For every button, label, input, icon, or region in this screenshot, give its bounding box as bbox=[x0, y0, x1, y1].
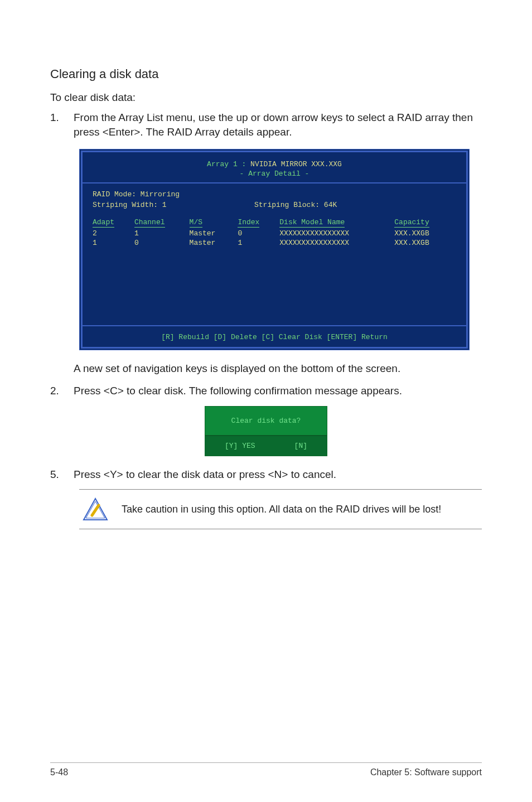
chapter-label: Chapter 5: Software support bbox=[370, 767, 482, 777]
step-1: 1. From the Array List menu, use the up … bbox=[50, 110, 482, 139]
cell-capacity: XXX.XXGB bbox=[394, 238, 456, 247]
striping-width-value: 1 bbox=[162, 201, 167, 209]
dialog-yes: [Y] YES bbox=[225, 442, 255, 450]
col-model: Disk Model Name bbox=[279, 218, 345, 228]
col-capacity: Capacity bbox=[394, 218, 429, 228]
striping-block-label: Striping Block: bbox=[254, 201, 324, 209]
bios-footer-keys: [R] Rebuild [D] Delete [C] Clear Disk [E… bbox=[93, 331, 456, 342]
bios-screenshot: Array 1 : NVIDIA MIRROR XXX.XXG - Array … bbox=[79, 149, 482, 350]
bios-title: Array 1 : NVIDIA MIRROR XXX.XXG - Array … bbox=[93, 160, 456, 178]
step-2: 2. Press <C> to clear disk. The followin… bbox=[50, 384, 482, 398]
step-5-number: 5. bbox=[50, 467, 74, 482]
step-2-number: 2. bbox=[50, 384, 74, 398]
step-1-text: From the Array List menu, use the up or … bbox=[74, 110, 482, 139]
raid-mode-value: Mirroring bbox=[141, 190, 180, 199]
cell-adapt: 1 bbox=[93, 238, 134, 247]
nav-keys-note: A new set of navigation keys is displaye… bbox=[74, 361, 482, 376]
step-after-note: A new set of navigation keys is displaye… bbox=[50, 361, 482, 376]
cell-ms: Master bbox=[190, 228, 238, 238]
bios-subtitle: - Array Detail - bbox=[93, 170, 456, 178]
caution-text: Take caution in using this option. All d… bbox=[122, 504, 441, 515]
cell-ms: Master bbox=[190, 238, 238, 247]
disk-table: Adapt Channel M/S Index Disk Model Name … bbox=[93, 217, 456, 247]
cell-adapt: 2 bbox=[93, 228, 134, 238]
table-row: 1 0 Master 1 XXXXXXXXXXXXXXXX XXX.XXGB bbox=[93, 238, 456, 247]
cell-capacity: XXX.XXGB bbox=[394, 228, 456, 238]
col-channel: Channel bbox=[134, 218, 165, 228]
cell-channel: 0 bbox=[134, 238, 190, 247]
col-ms: M/S bbox=[190, 218, 202, 228]
intro-text: To clear disk data: bbox=[50, 91, 482, 104]
striping-width-label: Striping Width: bbox=[93, 201, 162, 209]
caution-note: Take caution in using this option. All d… bbox=[79, 489, 482, 529]
dialog-no: [N] bbox=[294, 442, 307, 450]
cell-model: XXXXXXXXXXXXXXXX bbox=[279, 228, 394, 238]
dialog-question: Clear disk data? bbox=[205, 407, 327, 436]
cell-model: XXXXXXXXXXXXXXXX bbox=[279, 238, 394, 247]
striping-block-value: 64K bbox=[324, 201, 337, 209]
section-title: Clearing a disk data bbox=[50, 67, 482, 81]
page-number: 5-48 bbox=[50, 767, 68, 777]
step-5: 5. Press <Y> to clear the disk data or p… bbox=[50, 467, 482, 482]
table-row: 2 1 Master 0 XXXXXXXXXXXXXXXX XXX.XXGB bbox=[93, 228, 456, 238]
table-header-row: Adapt Channel M/S Index Disk Model Name … bbox=[93, 217, 456, 228]
bios-title-main: NVIDIA MIRROR XXX.XXG bbox=[250, 160, 342, 168]
col-adapt: Adapt bbox=[93, 218, 114, 228]
step-1-number: 1. bbox=[50, 110, 74, 125]
raid-mode-label: RAID Mode: bbox=[93, 190, 141, 199]
page-footer: 5-48 Chapter 5: Software support bbox=[50, 762, 482, 777]
warning-icon bbox=[83, 497, 108, 521]
bios-title-prefix: Array 1 : bbox=[207, 160, 250, 168]
raid-mode-row: RAID Mode: Mirroring bbox=[93, 190, 456, 199]
step-2-text: Press <C> to clear disk. The following c… bbox=[74, 384, 482, 398]
cell-channel: 1 bbox=[134, 228, 190, 238]
step-5-text: Press <Y> to clear the disk data or pres… bbox=[74, 467, 482, 482]
confirm-dialog: Clear disk data? [Y] YES [N] bbox=[205, 406, 327, 456]
col-index: Index bbox=[238, 218, 259, 228]
cell-index: 0 bbox=[238, 228, 279, 238]
striping-row: Striping Width: 1 Striping Block: 64K bbox=[93, 201, 456, 209]
cell-index: 1 bbox=[238, 238, 279, 247]
